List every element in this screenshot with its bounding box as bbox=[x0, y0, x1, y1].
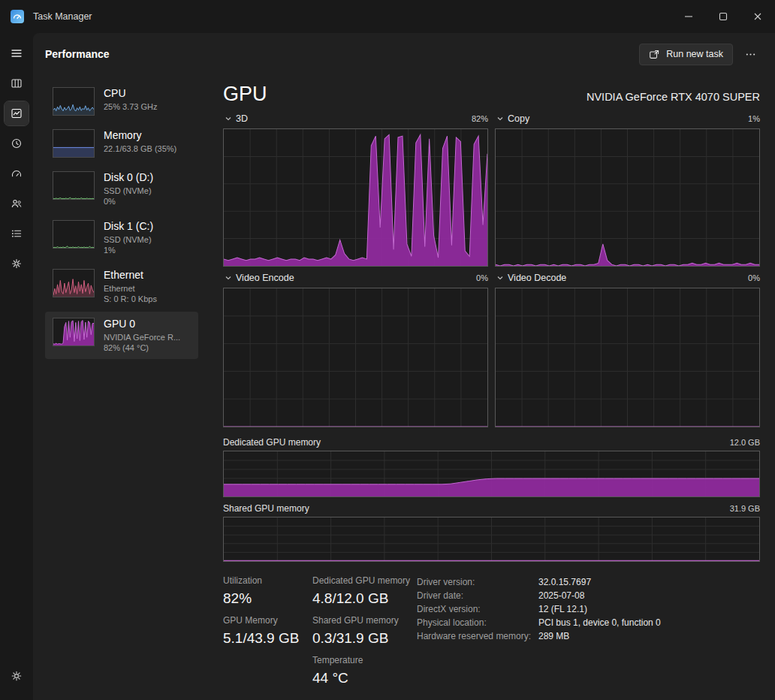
detail-physical-location: Physical location: PCI bus 1, device 0, … bbox=[417, 616, 760, 629]
list-icon bbox=[11, 228, 23, 240]
chevron-down-icon[interactable] bbox=[223, 273, 234, 283]
gpu-stats: Utilization 82% GPU Memory 5.1/43.9 GB D… bbox=[223, 575, 760, 695]
stat-temperature: Temperature 44 °C bbox=[312, 655, 417, 686]
ethernet-name: Ethernet bbox=[104, 269, 157, 281]
chart-video-encode[interactable] bbox=[223, 288, 488, 427]
ethernet-thumbnail-chart bbox=[53, 269, 95, 297]
cpu-stats: 25% 3.73 GHz bbox=[104, 101, 158, 112]
detail-driver-date-label: Driver date: bbox=[417, 589, 538, 602]
chart-3d[interactable] bbox=[223, 128, 488, 267]
nav-item-details[interactable] bbox=[5, 222, 29, 246]
gauge-icon bbox=[11, 167, 23, 180]
users-icon bbox=[11, 198, 23, 210]
ethernet-rates: S: 0 R: 0 Kbps bbox=[104, 294, 157, 304]
dedicated-memory-max: 12.0 GB bbox=[730, 438, 760, 447]
stat-dedicated-memory: Dedicated GPU memory 4.8/12.0 GB bbox=[312, 575, 417, 607]
detail-directx-version-value: 12 (FL 12.1) bbox=[538, 602, 587, 616]
disk0-texts: Disk 0 (D:) SSD (NVMe) 0% bbox=[104, 171, 153, 207]
detail-directx-version: DirectX version: 12 (FL 12.1) bbox=[417, 602, 760, 616]
memory-stats: 22.1/63.8 GB (35%) bbox=[104, 143, 176, 154]
disk1-name: Disk 1 (C:) bbox=[104, 220, 153, 232]
processes-icon bbox=[11, 77, 23, 89]
chart-value-3d: 82% bbox=[472, 114, 488, 123]
shared-memory-label: Shared GPU memory bbox=[223, 503, 309, 514]
content-panel: Performance Run new task bbox=[33, 33, 775, 700]
memory-texts: Memory 22.1/63.8 GB (35%) bbox=[104, 129, 176, 154]
detail-driver-version-value: 32.0.15.7697 bbox=[538, 575, 591, 589]
chevron-down-icon[interactable] bbox=[495, 273, 505, 283]
settings-button[interactable] bbox=[5, 664, 29, 688]
cpu-texts: CPU 25% 3.73 GHz bbox=[104, 87, 158, 112]
chart-value-video-encode: 0% bbox=[476, 273, 488, 282]
detail-hardware-reserved-label: Hardware reserved memory: bbox=[417, 629, 538, 643]
chart-shared-memory[interactable] bbox=[223, 517, 760, 562]
more-options-button[interactable] bbox=[737, 43, 763, 65]
nav-item-processes[interactable] bbox=[5, 71, 29, 95]
nav-item-users[interactable] bbox=[5, 192, 29, 216]
stat-utilization-value: 82% bbox=[223, 590, 312, 607]
usage-charts-grid: 3D 82% Copy 1% bbox=[223, 107, 760, 427]
disk0-name: Disk 0 (D:) bbox=[104, 171, 153, 183]
gpu-device-short: NVIDIA GeForce R... bbox=[104, 332, 180, 342]
stat-temperature-label: Temperature bbox=[312, 655, 417, 665]
chart-head-3d: 3D 82% bbox=[223, 111, 488, 126]
minimize-button[interactable] bbox=[671, 0, 706, 33]
ethernet-texts: Ethernet Ethernet S: 0 R: 0 Kbps bbox=[104, 269, 157, 304]
nav-rail bbox=[0, 33, 33, 700]
cpu-thumbnail-chart bbox=[53, 87, 95, 116]
hamburger-icon bbox=[11, 47, 23, 59]
window-title: Task Manager bbox=[33, 11, 92, 22]
gear-icon bbox=[11, 670, 23, 682]
task-manager-window: Task Manager bbox=[0, 0, 775, 700]
ellipsis-icon bbox=[745, 49, 756, 60]
nav-item-app-history[interactable] bbox=[5, 131, 29, 155]
nav-item-services[interactable] bbox=[5, 252, 29, 276]
gpu-usage: 82% (44 °C) bbox=[104, 342, 180, 353]
sidebar-item-memory[interactable]: Memory 22.1/63.8 GB (35%) bbox=[45, 123, 198, 164]
detail-physical-location-value: PCI bus 1, device 0, function 0 bbox=[538, 616, 661, 629]
chart-label-video-encode: Video Encode bbox=[236, 273, 294, 283]
run-new-task-button[interactable]: Run new task bbox=[639, 44, 733, 65]
chart-head-video-decode: Video Decode 0% bbox=[495, 270, 760, 285]
memory-name: Memory bbox=[104, 129, 176, 141]
new-task-icon bbox=[649, 49, 660, 60]
disk0-type: SSD (NVMe) bbox=[104, 186, 153, 196]
sidebar-item-disk1[interactable]: Disk 1 (C:) SSD (NVMe) 1% bbox=[45, 214, 198, 261]
stat-utilization: Utilization 82% bbox=[223, 575, 312, 607]
nav-item-performance[interactable] bbox=[5, 101, 29, 125]
menu-button[interactable] bbox=[5, 41, 29, 65]
sidebar-item-cpu[interactable]: CPU 25% 3.73 GHz bbox=[45, 81, 198, 122]
maximize-button[interactable] bbox=[706, 0, 740, 33]
detail-physical-location-label: Physical location: bbox=[417, 616, 538, 629]
stat-gpu-memory-label: GPU Memory bbox=[223, 615, 312, 626]
performance-sidebar: CPU 25% 3.73 GHz Memory 22.1/63.8 GB (35… bbox=[45, 75, 198, 700]
stat-temperature-value: 44 °C bbox=[312, 670, 417, 686]
stat-shared-memory-label: Shared GPU memory bbox=[312, 615, 417, 626]
shared-memory-max: 31.9 GB bbox=[730, 504, 760, 513]
stat-shared-memory: Shared GPU memory 0.3/31.9 GB bbox=[312, 615, 417, 647]
nav-item-startup-apps[interactable] bbox=[5, 161, 29, 186]
sidebar-item-gpu0[interactable]: GPU 0 NVIDIA GeForce R... 82% (44 °C) bbox=[45, 312, 198, 359]
header-actions: Run new task bbox=[639, 43, 763, 65]
chart-dedicated-memory[interactable] bbox=[223, 451, 760, 497]
disk0-thumbnail-chart bbox=[53, 171, 95, 200]
chart-head-copy: Copy 1% bbox=[495, 111, 760, 126]
chart-copy[interactable] bbox=[495, 128, 760, 267]
detail-hardware-reserved: Hardware reserved memory: 289 MB bbox=[417, 629, 760, 643]
chevron-down-icon[interactable] bbox=[495, 113, 505, 124]
gpu-name: GPU 0 bbox=[104, 318, 180, 330]
run-new-task-label: Run new task bbox=[666, 49, 723, 59]
stat-utilization-label: Utilization bbox=[223, 575, 312, 586]
window-controls bbox=[671, 0, 775, 33]
gpu-texts: GPU 0 NVIDIA GeForce R... 82% (44 °C) bbox=[104, 318, 180, 353]
chevron-down-icon[interactable] bbox=[223, 113, 234, 124]
dedicated-memory-head: Dedicated GPU memory 12.0 GB bbox=[223, 437, 760, 448]
sidebar-item-disk0[interactable]: Disk 0 (D:) SSD (NVMe) 0% bbox=[45, 165, 198, 213]
sidebar-item-ethernet[interactable]: Ethernet Ethernet S: 0 R: 0 Kbps bbox=[45, 263, 198, 310]
chart-label-copy: Copy bbox=[508, 113, 529, 124]
close-button[interactable] bbox=[740, 0, 775, 33]
shared-memory-head: Shared GPU memory 31.9 GB bbox=[223, 503, 760, 514]
gpu-pane-title: GPU bbox=[223, 83, 267, 106]
chart-video-decode[interactable] bbox=[495, 288, 760, 427]
titlebar: Task Manager bbox=[0, 0, 775, 33]
